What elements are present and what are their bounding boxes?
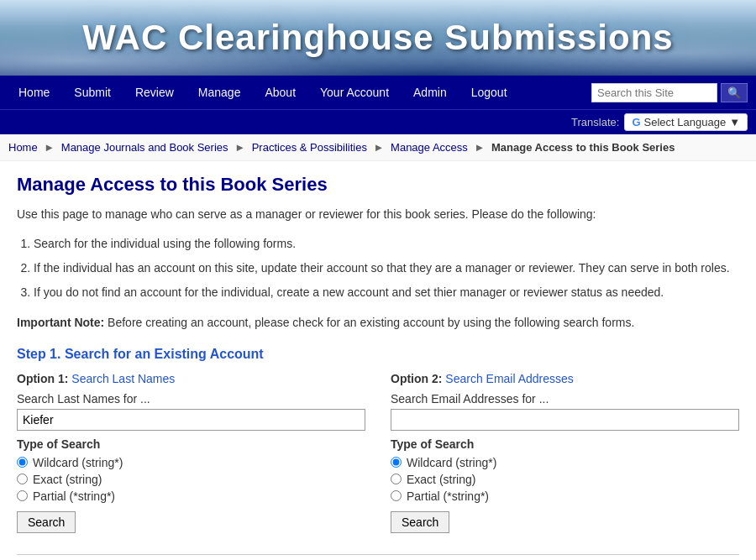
option2-label-bold: Option 2: [391,372,442,385]
nav-home[interactable]: Home [8,79,60,106]
last-name-search-input[interactable] [17,409,365,431]
option2-type-label: Type of Search [391,437,739,451]
option1-field-label: Search Last Names for ... [17,392,365,406]
nav-logout[interactable]: Logout [461,79,517,106]
option2-label-text: Search Email Addresses [445,372,574,385]
nav-links: Home Submit Review Manage About Your Acc… [8,79,591,106]
translate-widget[interactable]: G Select Language ▼ [624,113,748,131]
chevron-down-icon: ▼ [729,116,740,128]
breadcrumb-manage-journals[interactable]: Manage Journals and Book Series [61,141,228,154]
breadcrumb-separator-2: ► [234,141,245,154]
option2-radio-partial[interactable]: Partial (*string*) [391,489,739,503]
nav-search: 🔍 [591,83,748,102]
search-option-2: Option 2: Search Email Addresses Search … [391,372,739,533]
important-note: Important Note: Before creating an accou… [17,314,739,332]
breadcrumb-practices[interactable]: Practices & Possibilities [252,141,367,154]
option2-field-label: Search Email Addresses for ... [391,392,739,406]
option2-radio-partial-input[interactable] [391,490,402,501]
site-title: WAC Clearinghouse Submissions [82,18,673,58]
option1-radio-exact[interactable]: Exact (string) [17,473,365,486]
email-search-input[interactable] [391,409,739,431]
nav-submit[interactable]: Submit [64,79,121,106]
option1-label-bold: Option 1: [17,372,68,385]
section-divider [17,554,739,555]
step-item-2: If the individual has an account on this… [34,258,739,279]
nav-manage[interactable]: Manage [188,79,251,106]
site-search-button[interactable]: 🔍 [721,83,748,102]
option1-radio-partial-input[interactable] [17,490,28,501]
breadcrumb-manage-access[interactable]: Manage Access [391,141,468,154]
nav-your-account[interactable]: Your Account [310,79,399,106]
step-item-3: If you do not find an account for the in… [34,282,739,303]
option2-radio-exact-label: Exact (string) [407,473,475,486]
option1-type-label: Type of Search [17,437,365,451]
page-title: Manage Access to this Book Series [17,174,739,196]
option1-label-text: Search Last Names [71,372,175,385]
option2-radio-exact-input[interactable] [391,474,402,484]
google-logo: G [632,116,640,128]
option1-radio-exact-input[interactable] [17,474,28,484]
option2-radio-wildcard[interactable]: Wildcard (string*) [391,456,739,469]
breadcrumb: Home ► Manage Journals and Book Series ►… [0,134,756,161]
search-option-1: Option 1: Search Last Names Search Last … [17,372,365,533]
important-note-bold: Important Note: [17,316,104,329]
main-content: Manage Access to this Book Series Use th… [0,161,756,560]
translate-bar: Translate: G Select Language ▼ [0,109,756,134]
nav-review[interactable]: Review [125,79,184,106]
option2-search-button[interactable]: Search [391,511,449,533]
breadcrumb-home[interactable]: Home [8,141,38,154]
translate-label: Translate: [571,116,619,128]
step-item-1: Search for the individual using the foll… [34,233,739,254]
option2-radio-wildcard-label: Wildcard (string*) [407,456,496,469]
breadcrumb-separator-4: ► [474,141,485,154]
nav-about[interactable]: About [255,79,306,106]
option1-radio-partial-label: Partial (*string*) [33,489,115,503]
option1-radio-wildcard-input[interactable] [17,457,28,468]
option2-radio-wildcard-input[interactable] [391,457,402,468]
option2-radio-group: Wildcard (string*) Exact (string) Partia… [391,456,739,503]
option1-radio-exact-label: Exact (string) [33,473,102,486]
important-note-text: Before creating an account, please check… [108,316,634,329]
option1-search-button[interactable]: Search [17,511,76,533]
option2-label: Option 2: Search Email Addresses [391,372,739,385]
option1-label: Option 1: Search Last Names [17,372,365,385]
breadcrumb-separator-1: ► [44,141,55,154]
option2-radio-partial-label: Partial (*string*) [407,489,489,503]
option1-radio-wildcard-label: Wildcard (string*) [33,456,123,469]
option1-radio-group: Wildcard (string*) Exact (string) Partia… [17,456,365,503]
select-language-label: Select Language [644,116,727,128]
site-header: WAC Clearinghouse Submissions [0,0,756,76]
nav-admin[interactable]: Admin [403,79,457,106]
main-nav: Home Submit Review Manage About Your Acc… [0,76,756,109]
intro-text: Use this page to manage who can serve as… [17,206,739,223]
steps-list: Search for the individual using the foll… [34,233,739,304]
search-section: Option 1: Search Last Names Search Last … [17,372,739,533]
option1-radio-partial[interactable]: Partial (*string*) [17,489,365,503]
option2-radio-exact[interactable]: Exact (string) [391,473,739,486]
breadcrumb-current: Manage Access to this Book Series [491,141,675,154]
step1-title: Step 1. Search for an Existing Account [17,347,739,362]
breadcrumb-separator-3: ► [374,141,385,154]
option1-radio-wildcard[interactable]: Wildcard (string*) [17,456,365,469]
site-search-input[interactable] [591,83,717,102]
